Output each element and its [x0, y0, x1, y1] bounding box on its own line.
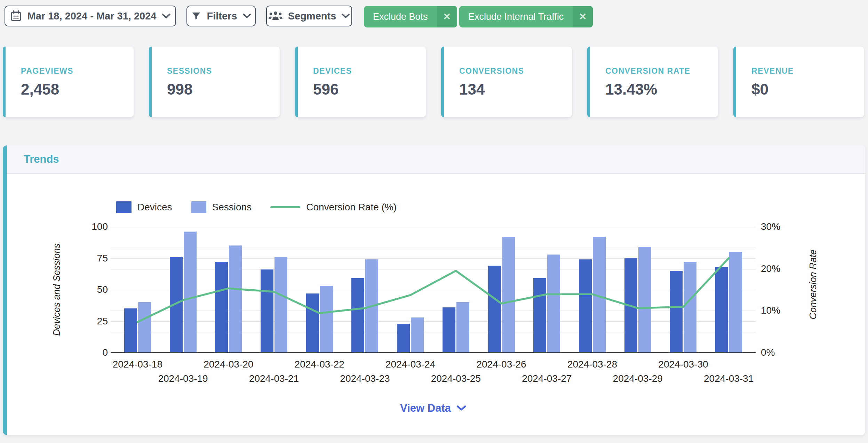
- stat-card-label: DEVICES: [313, 66, 426, 76]
- bar-sessions-2024-03-26: [502, 237, 515, 353]
- x-axis-line: [111, 352, 756, 353]
- grid-line: [111, 248, 756, 248]
- axis-title-right: Conversion Rate: [808, 249, 819, 319]
- stat-card-value: 998: [167, 81, 280, 98]
- x-icon: ✕: [443, 11, 451, 22]
- filter-chip-exclude-internal-traffic: Exclude Internal Traffic ✕: [459, 6, 593, 27]
- x-axis-label: 2024-03-21: [249, 373, 299, 384]
- grid-line: [111, 332, 756, 332]
- date-range-button[interactable]: Mar 18, 2024 - Mar 31, 2024: [5, 6, 176, 26]
- y-axis-tick-label: 0: [69, 347, 108, 358]
- stat-card-label: CONVERSION RATE: [605, 66, 718, 76]
- stat-card-sessions: SESSIONS 998: [149, 47, 280, 117]
- chip-remove-button[interactable]: ✕: [437, 6, 457, 27]
- bar-sessions-2024-03-25: [456, 302, 469, 353]
- x-axis-label: 2024-03-28: [567, 359, 617, 370]
- stat-card-pageviews: PAGEVIEWS 2,458: [3, 47, 134, 117]
- bar-devices-2024-03-23: [351, 278, 364, 353]
- bar-sessions-2024-03-18: [138, 302, 151, 353]
- stat-card-revenue: REVENUE $0: [733, 47, 864, 117]
- bar-sessions-2024-03-31: [729, 252, 742, 353]
- stat-card-value: 134: [459, 81, 572, 98]
- segments-button[interactable]: Segments: [266, 6, 352, 26]
- bar-sessions-2024-03-28: [593, 237, 606, 353]
- panel-title: Trends: [24, 153, 59, 166]
- analytics-dashboard: Mar 18, 2024 - Mar 31, 2024 Filters Segm…: [0, 0, 868, 443]
- chevron-down-icon: [341, 13, 350, 19]
- x-axis-label: 2024-03-20: [204, 359, 253, 370]
- stat-card-conversions: CONVERSIONS 134: [441, 47, 572, 117]
- grid-line: [111, 227, 756, 227]
- stat-card-label: REVENUE: [751, 66, 864, 76]
- x-axis-label: 2024-03-18: [113, 359, 162, 370]
- x-axis-label: 2024-03-30: [658, 359, 708, 370]
- stat-card-value: 596: [313, 81, 426, 98]
- bar-sessions-2024-03-29: [638, 247, 651, 353]
- bar-devices-2024-03-31: [715, 267, 728, 353]
- calendar-icon: [10, 10, 22, 22]
- stat-card-value: $0: [751, 81, 864, 98]
- stat-card-value: 13.43%: [605, 81, 718, 98]
- y-axis-tick-label: 25: [69, 316, 108, 327]
- x-axis-label: 2024-03-25: [431, 373, 481, 384]
- filters-button[interactable]: Filters: [186, 6, 256, 26]
- legend-item-sessions[interactable]: Sessions: [191, 201, 252, 213]
- x-axis-label: 2024-03-24: [385, 359, 435, 370]
- grid-line: [111, 311, 756, 311]
- filter-chip-label: Exclude Internal Traffic: [459, 6, 573, 27]
- bar-devices-2024-03-24: [397, 324, 410, 353]
- grid-line: [111, 321, 756, 322]
- segments-label: Segments: [288, 10, 336, 22]
- legend-item-devices[interactable]: Devices: [116, 201, 172, 213]
- bar-sessions-2024-03-20: [229, 245, 242, 353]
- bar-devices-2024-03-29: [624, 258, 637, 353]
- legend-label: Conversion Rate (%): [306, 202, 397, 213]
- chip-remove-button[interactable]: ✕: [573, 6, 593, 27]
- view-data-label: View Data: [400, 402, 451, 414]
- bar-sessions-2024-03-19: [184, 232, 197, 353]
- legend-line-swatch: [270, 206, 300, 208]
- segments-users-icon: [268, 10, 283, 22]
- bar-devices-2024-03-30: [670, 271, 683, 353]
- stat-card-devices: DEVICES 596: [295, 47, 426, 117]
- bar-sessions-2024-03-24: [411, 317, 424, 353]
- stat-card-value: 2,458: [21, 81, 134, 98]
- date-range-label: Mar 18, 2024 - Mar 31, 2024: [27, 10, 157, 22]
- view-data-link[interactable]: View Data: [400, 402, 466, 414]
- chevron-down-icon: [242, 13, 251, 19]
- trends-panel-header: Trends: [7, 145, 865, 174]
- bar-devices-2024-03-27: [533, 278, 546, 353]
- legend-item-conversion-rate[interactable]: Conversion Rate (%): [270, 202, 397, 213]
- y-axis-right-tick-label: 20%: [761, 263, 780, 274]
- bar-devices-2024-03-21: [261, 269, 273, 353]
- grid-line: [111, 290, 756, 290]
- y-axis-right-tick-label: 30%: [761, 221, 780, 232]
- x-axis-label: 2024-03-22: [295, 359, 344, 370]
- filter-chip-label: Exclude Bots: [364, 6, 437, 27]
- bar-devices-2024-03-26: [488, 266, 501, 353]
- grid-line: [111, 269, 756, 269]
- legend-color-swatch: [116, 201, 132, 213]
- bar-devices-2024-03-20: [215, 262, 228, 353]
- stat-card-label: SESSIONS: [167, 66, 280, 76]
- y-axis-right-tick-label: 10%: [761, 305, 780, 316]
- bar-devices-2024-03-25: [443, 307, 455, 353]
- legend-color-swatch: [191, 201, 206, 213]
- legend-label: Devices: [137, 202, 172, 213]
- x-axis-label: 2024-03-27: [522, 373, 572, 384]
- bar-sessions-2024-03-30: [684, 262, 696, 353]
- filter-icon: [191, 11, 201, 21]
- x-axis-label: 2024-03-23: [340, 373, 390, 384]
- bar-sessions-2024-03-23: [365, 259, 378, 353]
- bar-devices-2024-03-18: [124, 308, 137, 353]
- x-axis-label: 2024-03-19: [158, 373, 208, 384]
- stat-card-label: PAGEVIEWS: [21, 66, 134, 76]
- filters-label: Filters: [207, 10, 237, 22]
- y-axis-tick-label: 75: [69, 253, 108, 264]
- bar-devices-2024-03-28: [579, 259, 592, 353]
- chart-plot-area: [115, 227, 751, 353]
- axis-title-left: Devices and Sessions: [51, 243, 62, 336]
- y-axis-tick-label: 50: [69, 284, 108, 295]
- stat-card-label: CONVERSIONS: [459, 66, 572, 76]
- legend-label: Sessions: [212, 202, 252, 213]
